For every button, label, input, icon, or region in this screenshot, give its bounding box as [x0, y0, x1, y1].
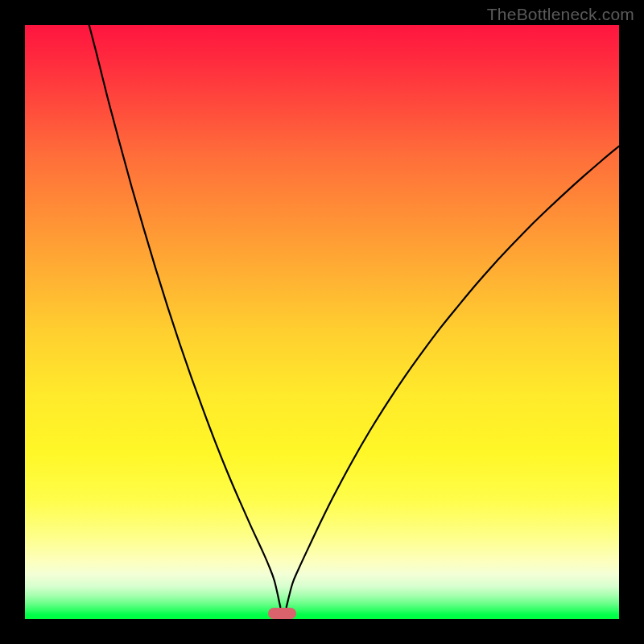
- chart-frame: TheBottleneck.com: [0, 0, 644, 644]
- plot-area: [25, 25, 619, 619]
- curve-path: [89, 25, 619, 607]
- attribution-label: TheBottleneck.com: [487, 5, 634, 24]
- minimum-marker: [268, 608, 296, 619]
- bottleneck-curve: [25, 25, 619, 619]
